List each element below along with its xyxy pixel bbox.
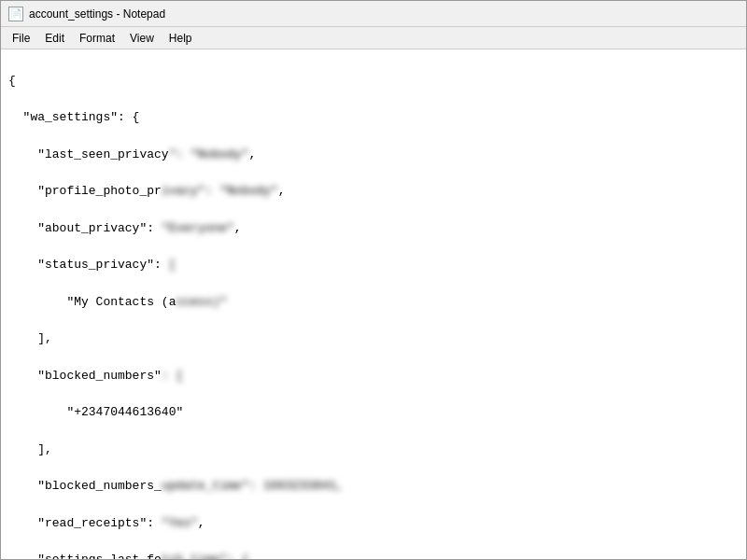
- app-icon: 📄: [8, 7, 23, 21]
- menu-bar: File Edit Format View Help: [1, 27, 746, 49]
- menu-format[interactable]: Format: [72, 30, 122, 47]
- code-text: { "wa_settings": { "last_seen_privacy": …: [8, 53, 739, 559]
- title-bar: 📄 account_settings - Notepad: [1, 1, 746, 27]
- text-editor-area[interactable]: { "wa_settings": { "last_seen_privacy": …: [1, 49, 746, 559]
- menu-help[interactable]: Help: [162, 30, 200, 47]
- menu-view[interactable]: View: [122, 30, 162, 47]
- menu-edit[interactable]: Edit: [37, 30, 72, 47]
- window-title: account_settings - Notepad: [29, 7, 165, 21]
- menu-file[interactable]: File: [5, 30, 37, 47]
- notepad-window: 📄 account_settings - Notepad File Edit F…: [0, 0, 747, 560]
